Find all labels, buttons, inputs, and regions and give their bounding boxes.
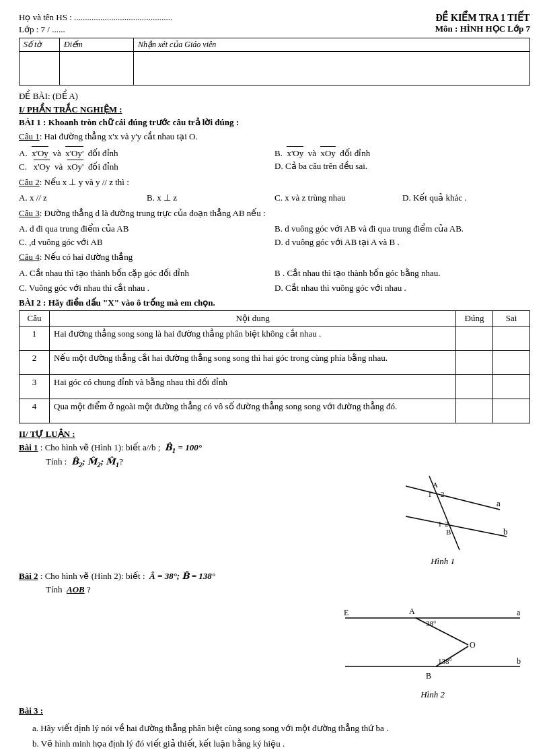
bai2-sai-4 <box>493 399 530 423</box>
col-nhanxet-header: Nhận xét của Giáo viên <box>134 38 530 52</box>
bai2-dung-3 <box>456 374 493 399</box>
bai2-sai-2 <box>493 350 530 374</box>
cau1-optB: B. x'Oy và xOy đối đỉnh <box>274 146 530 160</box>
figure2-svg: E A a B b O 38° 138° <box>338 599 527 687</box>
tl-bai3-item-b: b. Vẽ hình minh họa định lý đó viết giả … <box>19 736 530 751</box>
svg-text:b: b <box>503 526 508 537</box>
figure1-caption: Hình 1 <box>355 556 530 567</box>
bai2-dung-1 <box>456 326 493 350</box>
table-row: 1 Hai đường thẳng song song là hai đường… <box>20 326 530 350</box>
cau4-optD: D. Cắt nhau thì vuông góc với nhau . <box>274 281 530 295</box>
bai2-sai-3 <box>493 374 530 399</box>
svg-text:B: B <box>446 528 451 536</box>
bai2-noidung-4: Qua một điểm ở ngoài một đường thẳng có … <box>50 399 456 423</box>
tl-bai2-tinh-what: AOB <box>67 584 85 594</box>
cau1-optA: A. x'Oy và x'Oy' đối đỉnh <box>19 146 274 160</box>
table-row: 2 Nếu một đường thẳng cắt hai đường thẳn… <box>20 350 530 374</box>
cau1-text: : Hai đường thẳng x'x và y'y cắt nhau tạ… <box>40 131 198 141</box>
tl-bai2-text: : Cho hình vẽ (Hình 2): biết : <box>40 571 147 581</box>
tl-bai2-tinh: Tính AOB ? <box>46 584 530 595</box>
cau2-options: A. x // z B. x ⊥ z C. x và z trùng nhau … <box>19 191 530 205</box>
cau2-text: : Nếu x ⊥ y và y // z thì : <box>40 177 129 187</box>
cau3-options: A. d đi qua trung điểm của AB B. d vuông… <box>19 222 530 248</box>
cau1-options: A. x'Oy và x'Oy' đối đỉnh B. x'Oy và xOy… <box>19 146 530 174</box>
info-table: Số tờ Điểm Nhận xét của Giáo viên <box>19 38 530 85</box>
tl-bai3-label: Bài 3 : <box>19 706 43 716</box>
svg-line-2 <box>406 516 507 537</box>
cau4: Câu 4: Nếu có hai đường thẳng <box>19 250 530 264</box>
cau2-optA: A. x // z <box>19 191 147 205</box>
subject-title: Môn : HÌNH HỌC Lớp 7 <box>435 24 530 34</box>
tl-bai3-header: Bài 3 : <box>19 706 530 716</box>
svg-text:138°: 138° <box>438 657 452 665</box>
tl-bai1-text: : Cho hình vẽ (Hình 1): biết a//b ; <box>40 442 163 452</box>
svg-line-19 <box>416 618 468 645</box>
bai2-noidung-3: Hai góc có chung đỉnh và bằng nhau thì đ… <box>50 374 456 399</box>
cau3: Câu 3: Đường thẳng d là đường trung trực… <box>19 207 530 220</box>
cau3-label: Câu 3 <box>19 208 40 218</box>
tl-bai3-item-a: a. Hãy viết định lý nói về hai đường thẳ… <box>19 720 530 736</box>
svg-text:O: O <box>470 640 476 650</box>
bai2-dung-2 <box>456 350 493 374</box>
tl-bai3-content: a. Hãy viết định lý nói về hai đường thẳ… <box>19 720 530 752</box>
cau4-optA: A. Cắt nhau thì tạo thành bốn cặp góc đố… <box>19 267 274 280</box>
col-nhanxet-value <box>134 52 530 85</box>
phan2-title: II/ TỰ LUẬN : <box>19 429 530 440</box>
svg-line-0 <box>406 486 500 510</box>
exam-title: ĐỀ KIỂM TRA 1 TIẾT <box>435 12 530 24</box>
bai1-title: BÀI 1 : Khoanh tròn chữ cái đúng trước c… <box>19 117 530 128</box>
bai2-col-dung: Đúng <box>456 310 493 326</box>
cau2-optB: B. x ⊥ z <box>147 191 274 205</box>
col-diem-header: Điểm <box>60 38 134 52</box>
svg-text:38°: 38° <box>426 619 436 627</box>
tl-bai1-figure: a b A 2 1 2 1 B Hình 1 <box>355 473 530 567</box>
student-name-label: Họ và tên HS : .........................… <box>19 12 172 23</box>
svg-text:b: b <box>517 656 521 666</box>
cau1-optD: D. Cả ba câu trên đều sai. <box>274 160 530 174</box>
tl-bai1-tinh: Tính : B̂2; M̂2; M̂1? <box>46 456 530 469</box>
tl-bai1-label: Bài 1 <box>19 442 38 452</box>
tl-bai2-label: Bài 2 <box>19 571 38 581</box>
bai2-cau-4: 4 <box>20 399 50 423</box>
bai2-dung-4 <box>456 399 493 423</box>
cau4-options-cd: C. Vuông góc với nhau thì cắt nhau . D. … <box>19 281 530 295</box>
cau3-optA: A. d đi qua trung điểm của AB <box>19 222 274 236</box>
de-bai: ĐỀ BÀI: (ĐỀ A) <box>19 91 530 102</box>
bai2-col-cau: Câu <box>20 310 50 326</box>
svg-text:B: B <box>426 671 431 681</box>
svg-text:1: 1 <box>438 520 442 528</box>
svg-text:2: 2 <box>445 520 449 528</box>
svg-text:A: A <box>409 607 415 616</box>
cau1-label: Câu 1 <box>19 131 40 141</box>
tl-bai2-figure-area: E A a B b O 38° 138° Hình 2 <box>19 599 530 700</box>
cau2-label: Câu 2 <box>19 177 40 187</box>
tl-bai2-given: Â = 38°; B̂ = 138° <box>149 571 215 581</box>
cau2: Câu 2: Nếu x ⊥ y và y // z thì : <box>19 176 530 189</box>
svg-text:A: A <box>433 481 438 489</box>
bai2-table: Câu Nội dung Đúng Sai 1 Hai đường thẳng … <box>19 310 530 423</box>
bai2-cau-2: 2 <box>20 350 50 374</box>
phan1-title: I/ PHẦN TRẮC NGHIỆM : <box>19 104 530 115</box>
cau4-label: Câu 4 <box>19 252 40 262</box>
cau4-options-ab: A. Cắt nhau thì tạo thành bốn cặp góc đố… <box>19 267 530 280</box>
cau2-optC: C. x và z trùng nhau <box>274 191 402 205</box>
cau4-optB: B . Cắt nhau thì tạo thành bốn góc bằng … <box>274 267 530 280</box>
cau3-optD: D. d vuông góc với AB tại A và B . <box>274 236 530 249</box>
col-so-header: Số tờ <box>20 38 60 52</box>
svg-text:a: a <box>497 498 501 508</box>
cau1: Câu 1: Hai đường thẳng x'x và y'y cắt nh… <box>19 130 530 143</box>
cau1-optC: C. x'Oy và xOy' đối đỉnh <box>19 160 274 174</box>
tl-bai1-given: B̂1 = 100° <box>165 442 202 452</box>
tl-bai1-figure-area: a b A 2 1 2 1 B Hình 1 <box>19 473 530 567</box>
svg-text:1: 1 <box>428 490 432 498</box>
cau4-text: : Nếu có hai đường thẳng <box>40 252 133 262</box>
figure1-svg: a b A 2 1 2 1 B <box>365 473 520 553</box>
cau3-optB: B. d vuông góc với AB và đi qua trung đi… <box>274 222 530 236</box>
cau2-optD: D. Kết quả khác . <box>402 191 530 205</box>
bai2-title: BÀI 2 : Hãy điền dấu "X" vào ô trống mà … <box>19 298 530 308</box>
col-so-value <box>20 52 60 85</box>
cau4-optC: C. Vuông góc với nhau thì cắt nhau . <box>19 281 274 295</box>
cau3-text: : Đường thẳng d là đường trung trực của … <box>40 208 266 218</box>
bai2-col-noidung: Nội dung <box>50 310 456 326</box>
bai2-cau-3: 3 <box>20 374 50 399</box>
